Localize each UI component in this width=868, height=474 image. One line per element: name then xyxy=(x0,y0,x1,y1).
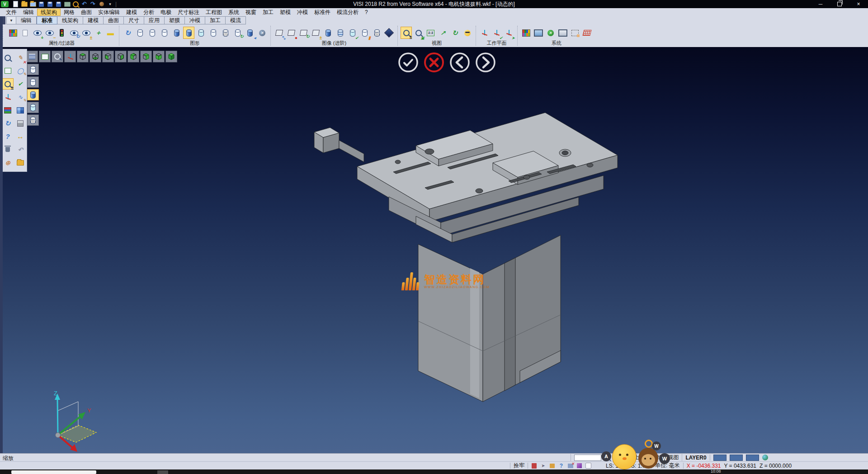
menu-electrode[interactable]: 电极 xyxy=(157,9,175,16)
history-icon[interactable] xyxy=(98,1,105,7)
refresh-visibility-button[interactable]: ↻ xyxy=(68,27,80,39)
cursor-mode-icon[interactable]: ➤ xyxy=(540,463,546,469)
zoom-in-out-button[interactable]: ± xyxy=(401,27,412,39)
menu-surface[interactable]: 曲面 xyxy=(78,9,95,16)
display-wireframe-button[interactable] xyxy=(27,64,39,75)
zoom-extents-button[interactable]: ▣ xyxy=(413,27,424,39)
zoom-solid-button[interactable]: ± xyxy=(2,78,14,90)
wire-shade-display-button[interactable] xyxy=(220,27,231,39)
tab-flow[interactable]: 模流 xyxy=(226,16,246,24)
open-file-button[interactable] xyxy=(15,157,26,168)
menu-mold[interactable]: 塑模 xyxy=(277,9,294,16)
navigate-button[interactable]: ⊕ xyxy=(2,157,14,168)
help-status-icon[interactable]: ? xyxy=(558,463,564,469)
menu-dimension[interactable]: 尺寸标注 xyxy=(175,9,203,16)
tab-die[interactable]: 冲模 xyxy=(185,16,205,24)
dashed-display-button[interactable] xyxy=(159,27,170,39)
select-frame-button[interactable] xyxy=(2,65,14,76)
next-button[interactable] xyxy=(475,52,496,73)
view-back-button[interactable] xyxy=(115,51,127,62)
copy-attributes-button[interactable] xyxy=(19,27,31,39)
toggle-visibility-button[interactable]: ± xyxy=(80,27,92,39)
view-shaded-button[interactable] xyxy=(165,51,177,62)
view-wcs-button[interactable] xyxy=(64,51,76,62)
shaded-display-button[interactable] xyxy=(171,27,182,39)
display-wire-shade-button[interactable] xyxy=(27,114,39,126)
system-options-button[interactable] xyxy=(557,27,568,39)
taskbar-search-box[interactable] xyxy=(11,470,96,474)
update-shading-button[interactable]: ↻ xyxy=(232,27,243,39)
transparent-display-button[interactable] xyxy=(195,27,207,39)
image-transform-button[interactable]: ⤡ xyxy=(274,27,285,39)
stamp-icon[interactable] xyxy=(549,463,555,469)
new-file-icon[interactable] xyxy=(12,1,19,7)
view-refresh-button[interactable]: ↻ xyxy=(449,27,461,39)
image-refresh-button[interactable]: ↻ xyxy=(298,27,309,39)
menu-die[interactable]: 冲模 xyxy=(294,9,311,16)
display-hidden-line-button[interactable] xyxy=(27,76,39,88)
zoom-view-button[interactable] xyxy=(2,52,14,63)
confirm-sketch-button[interactable]: ✔ xyxy=(15,78,26,90)
viewports-button[interactable] xyxy=(15,104,26,116)
view-right-button[interactable] xyxy=(140,51,152,62)
image-toggle-button[interactable]: ± xyxy=(310,27,321,39)
view-front-button[interactable] xyxy=(102,51,114,62)
previous-button[interactable] xyxy=(449,52,471,73)
verified-view-button[interactable]: ✔ xyxy=(347,27,358,39)
dark-render-button[interactable] xyxy=(383,27,395,39)
tab-modeling[interactable]: 建模 xyxy=(83,16,104,24)
menu-file[interactable]: 文件 xyxy=(3,9,20,16)
menu-standard-parts[interactable]: 标准件 xyxy=(311,9,334,16)
import-file-icon[interactable] xyxy=(29,1,36,7)
zoom-1-1-button[interactable]: 1:1 xyxy=(425,27,436,39)
add-selection-button[interactable]: ＋ xyxy=(93,27,104,39)
flat-display-button[interactable] xyxy=(208,27,219,39)
sketch-circle-button[interactable]: ◯✎ xyxy=(15,65,26,76)
print-preview-icon[interactable] xyxy=(72,1,79,7)
wireframe-display-button[interactable] xyxy=(134,27,146,39)
menu-window[interactable]: 视窗 xyxy=(242,9,259,16)
view-left-button[interactable] xyxy=(127,51,139,62)
selection-options-button[interactable] xyxy=(569,27,580,39)
tab-machining[interactable]: 加工 xyxy=(205,16,226,24)
view-iso-button[interactable] xyxy=(153,51,165,62)
tagged-view-button[interactable]: ▮ xyxy=(359,27,370,39)
menu-edit[interactable]: 编辑 xyxy=(20,9,37,16)
striped-view-button[interactable] xyxy=(335,27,346,39)
redo-icon[interactable]: ↷ xyxy=(90,1,96,7)
view-menu-button[interactable] xyxy=(26,51,38,62)
package-icon[interactable] xyxy=(567,463,573,469)
save-all-icon[interactable] xyxy=(55,1,62,7)
pan-button[interactable]: ↗ xyxy=(437,27,448,39)
shade-selected-button[interactable]: ◂ xyxy=(244,27,255,39)
menu-system[interactable]: 系统 xyxy=(225,9,242,16)
menu-machining[interactable]: 加工 xyxy=(259,9,277,16)
restore-button[interactable] xyxy=(830,0,849,8)
display-shaded-button[interactable] xyxy=(27,89,39,100)
menu-flow-analysis[interactable]: 模流分析 xyxy=(334,9,362,16)
sketch-spline-button[interactable]: ∿✎ xyxy=(15,91,26,103)
part-icon[interactable] xyxy=(585,463,591,469)
menu-drawing[interactable]: 工程图 xyxy=(203,9,225,16)
workplane-define-button[interactable] xyxy=(479,27,490,39)
hidden-line-display-button[interactable] xyxy=(146,27,158,39)
display-settings-button[interactable] xyxy=(533,27,544,39)
search-input[interactable] xyxy=(574,455,601,461)
delete-button[interactable] xyxy=(2,144,14,155)
measure-button[interactable]: ↔ xyxy=(15,131,26,142)
shading-settings-button[interactable]: ✕ xyxy=(256,27,268,39)
regen-graphics-button[interactable]: ↻ xyxy=(122,27,133,39)
display-transparent-button[interactable] xyxy=(27,102,39,113)
color-settings-button[interactable] xyxy=(520,27,532,39)
qat-more-icon[interactable]: ▾ xyxy=(107,1,113,7)
tab-mold[interactable]: 塑膜 xyxy=(165,16,185,24)
menu-modeling[interactable]: 建模 xyxy=(123,9,140,16)
close-button[interactable]: × xyxy=(849,0,868,8)
tab-dropdown-icon[interactable]: ▼ xyxy=(6,16,16,24)
view-top-button[interactable] xyxy=(77,51,89,62)
view-bottom-button[interactable] xyxy=(90,51,101,62)
help-button[interactable]: ? xyxy=(2,131,14,142)
shade-cube-button[interactable] xyxy=(15,118,26,129)
regen-button[interactable]: ↻ xyxy=(2,118,14,129)
globe-icon[interactable] xyxy=(762,455,768,460)
